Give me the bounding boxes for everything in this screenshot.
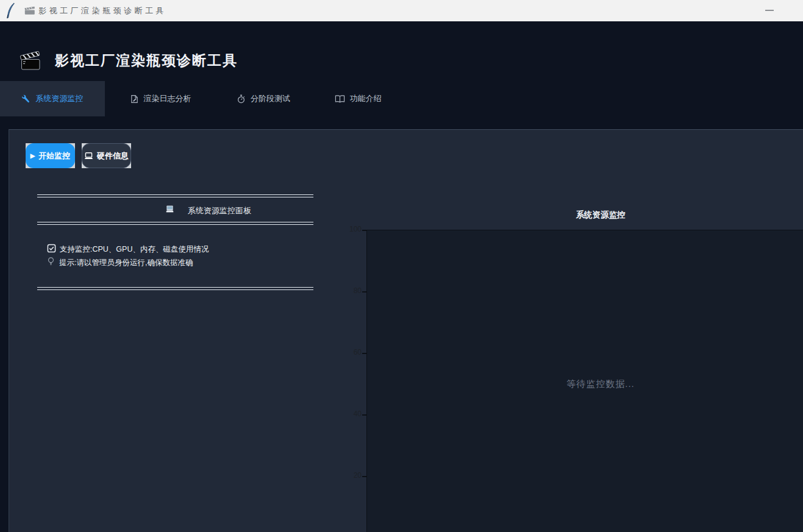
divider-double-line	[37, 222, 313, 225]
y-axis-tick: 20	[335, 471, 362, 480]
chart-placeholder-text: 等待监控数据...	[515, 378, 686, 390]
start-monitor-label: 开始监控	[38, 151, 70, 161]
support-line: 支持监控:CPU、GPU、内存、磁盘使用情况	[60, 244, 209, 255]
titlebar: 影视工厂渲染瓶颈诊断工具	[0, 0, 803, 21]
computer-icon	[165, 205, 174, 214]
y-axis-tick-mark	[362, 291, 366, 293]
clapperboard-icon-small	[24, 5, 35, 15]
memo-icon	[130, 94, 139, 104]
minimize-icon	[765, 10, 774, 11]
laptop-icon	[84, 152, 93, 160]
wrench-icon	[22, 94, 31, 104]
app-window: 影视工厂渲染瓶颈诊断工具 影视工厂渲染瓶颈诊断工具 系统资源监控 渲染日志分析	[0, 0, 803, 532]
stopwatch-icon	[237, 94, 246, 104]
page-title: 影视工厂渲染瓶颈诊断工具	[55, 51, 238, 70]
tab-content-system-monitor: ▶ 开始监控 硬件信息 系统资源监控面板	[9, 129, 803, 532]
book-icon	[335, 94, 345, 103]
tab-system-monitor[interactable]: 系统资源监控	[0, 81, 105, 116]
window-title: 影视工厂渲染瓶颈诊断工具	[38, 5, 166, 16]
y-axis-tick: 60	[335, 348, 362, 356]
tip-line: 提示:请以管理员身份运行,确保数据准确	[59, 258, 193, 268]
hardware-info-label: 硬件信息	[97, 151, 129, 161]
tab-label: 功能介绍	[350, 93, 382, 104]
chart-title: 系统资源监控	[479, 210, 723, 221]
tab-label: 系统资源监控	[36, 93, 84, 104]
play-icon: ▶	[30, 153, 35, 159]
checkbox-icon	[47, 244, 56, 253]
tab-label: 渲染日志分析	[144, 93, 191, 104]
divider-double-line	[37, 194, 313, 197]
hardware-info-button[interactable]: 硬件信息	[82, 143, 131, 168]
python-feather-icon	[5, 2, 16, 19]
y-axis-tick-mark	[362, 230, 366, 231]
clapperboard-icon	[20, 50, 40, 71]
start-monitor-button[interactable]: ▶ 开始监控	[26, 143, 75, 168]
y-axis-tick: 80	[335, 286, 362, 295]
y-axis-tick-mark	[362, 353, 366, 354]
tab-feature-intro[interactable]: 功能介绍	[319, 81, 396, 116]
divider-double-line	[37, 287, 313, 290]
y-axis-tick: 100	[335, 225, 362, 233]
tab-render-log[interactable]: 渲染日志分析	[120, 81, 201, 116]
tab-stage-test[interactable]: 分阶段测试	[223, 81, 304, 116]
y-axis-tick: 40	[335, 410, 362, 418]
minimize-button[interactable]	[755, 0, 783, 20]
panel-title: 系统资源监控面板	[188, 205, 251, 216]
bulb-icon	[48, 257, 54, 267]
tab-bar: 系统资源监控 渲染日志分析 分阶段测试 功能介绍	[0, 81, 803, 116]
y-axis-tick-mark	[362, 476, 366, 477]
tab-label: 分阶段测试	[251, 93, 290, 104]
y-axis-tick-mark	[362, 414, 366, 416]
